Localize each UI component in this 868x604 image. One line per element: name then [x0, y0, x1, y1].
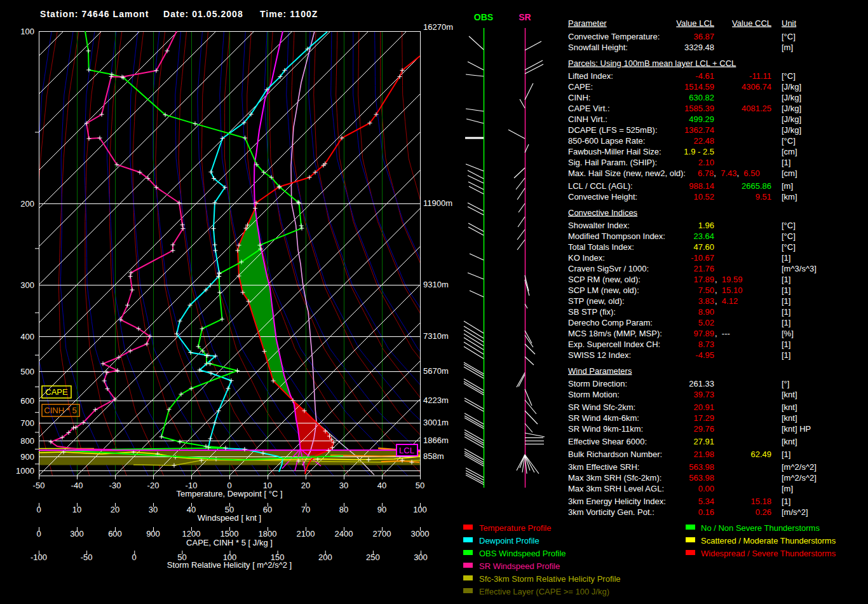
svg-text:6.78, 7.43, 6.50: 6.78, 7.43, 6.50 — [698, 168, 760, 178]
svg-text:Bulk Richardson Number:: Bulk Richardson Number: — [568, 450, 662, 459]
svg-text:[1]: [1] — [782, 285, 790, 295]
svg-text:3001m: 3001m — [423, 418, 449, 427]
svg-text:250: 250 — [366, 553, 380, 562]
svg-text:62.49: 62.49 — [750, 450, 771, 459]
svg-text:Scattered / Moderate Thunderst: Scattered / Moderate Thunderstorms — [701, 536, 836, 546]
svg-text:300: 300 — [414, 553, 428, 562]
svg-text:8.73: 8.73 — [698, 340, 714, 349]
svg-text:CINH Virt.:: CINH Virt.: — [568, 114, 607, 124]
svg-text:Value LCL: Value LCL — [676, 18, 714, 28]
svg-text:SR Wind 4km-6km:: SR Wind 4km-6km: — [568, 413, 639, 423]
svg-text:SR: SR — [519, 12, 531, 22]
svg-text:-50: -50 — [33, 481, 45, 490]
svg-text:70: 70 — [301, 505, 310, 514]
svg-text:3km Energy Helicity Index:: 3km Energy Helicity Index: — [568, 497, 666, 506]
svg-text:3.83: 3.83 — [698, 296, 714, 306]
svg-text:23.64: 23.64 — [693, 231, 714, 241]
svg-text:20: 20 — [111, 505, 119, 514]
svg-text:, 15.10: , 15.10 — [715, 285, 742, 295]
svg-text:Showalter Index:: Showalter Index: — [568, 221, 630, 230]
svg-text:Temperature, Dewpoint [ °C ]: Temperature, Dewpoint [ °C ] — [176, 489, 282, 498]
svg-text:17.29: 17.29 — [693, 413, 714, 423]
svg-text:[m]: [m] — [782, 43, 793, 52]
svg-text:SR Windspeed Profile: SR Windspeed Profile — [479, 561, 560, 571]
svg-text:7.50: 7.50 — [698, 285, 714, 295]
svg-text:[1]: [1] — [782, 307, 790, 317]
svg-text:600: 600 — [20, 396, 34, 406]
svg-text:Total Totals Index:: Total Totals Index: — [568, 242, 634, 252]
svg-text:CAPE Virt.:: CAPE Virt.: — [568, 104, 610, 113]
svg-text:[°C]: [°C] — [782, 71, 796, 81]
svg-text:Temperature Profile: Temperature Profile — [479, 523, 551, 533]
svg-text:850-600 Lapse Rate:: 850-600 Lapse Rate: — [568, 136, 645, 146]
svg-text:[knt]: [knt] — [782, 390, 797, 399]
svg-text:700: 700 — [20, 418, 34, 428]
svg-text:Unit: Unit — [782, 18, 797, 28]
svg-text:0: 0 — [36, 505, 41, 514]
svg-text:5.34: 5.34 — [698, 497, 714, 506]
svg-text:858m: 858m — [423, 451, 444, 461]
svg-text:CAPE, CINH * 5 [ J/kg ]: CAPE, CINH * 5 [ J/kg ] — [186, 538, 273, 547]
svg-text:[1]: [1] — [782, 340, 790, 349]
svg-text:Convective Height:: Convective Height: — [568, 192, 637, 202]
svg-text:47.60: 47.60 — [693, 242, 714, 252]
svg-text:Snowfall Height:: Snowfall Height: — [568, 43, 628, 52]
svg-text:39.73: 39.73 — [693, 390, 714, 399]
svg-text:1200: 1200 — [182, 529, 201, 539]
svg-text:STP (new, old):: STP (new, old): — [568, 296, 625, 306]
svg-text:9310m: 9310m — [423, 280, 449, 289]
svg-text:, ---: , --- — [715, 329, 730, 338]
svg-text:Max 3km SRH Level AGL:: Max 3km SRH Level AGL: — [568, 484, 664, 493]
svg-text:[knt]: [knt] — [782, 402, 797, 412]
svg-text:2100: 2100 — [297, 529, 315, 539]
svg-text:5.02: 5.02 — [698, 318, 714, 327]
svg-text:Convective Temperature:: Convective Temperature: — [568, 32, 660, 41]
svg-text:KO Index:: KO Index: — [568, 253, 605, 263]
svg-text:0.00: 0.00 — [698, 484, 714, 493]
svg-text:0.16: 0.16 — [698, 507, 714, 517]
svg-text:20.91: 20.91 — [693, 402, 714, 412]
svg-text:30: 30 — [339, 481, 348, 490]
svg-text:60: 60 — [263, 505, 272, 514]
svg-text:1800: 1800 — [259, 529, 277, 539]
svg-text:MCS 18m/s (MMP, MSP):: MCS 18m/s (MMP, MSP): — [568, 329, 662, 338]
svg-text:[1]: [1] — [782, 296, 790, 306]
svg-text:3329.48: 3329.48 — [684, 43, 714, 52]
svg-text:15.18: 15.18 — [750, 497, 771, 506]
svg-text:[m^2/s^2]: [m^2/s^2] — [782, 462, 817, 472]
svg-text:100: 100 — [20, 27, 34, 36]
svg-text:3km Vorticity Gen. Pot.:: 3km Vorticity Gen. Pot.: — [568, 507, 654, 517]
svg-text:3km Effective SRH:: 3km Effective SRH: — [568, 462, 639, 472]
svg-text:Parameter: Parameter — [568, 18, 607, 28]
svg-text:-20: -20 — [147, 481, 159, 490]
svg-text:Time: 1100Z: Time: 1100Z — [260, 9, 318, 19]
svg-text:Station: 74646 Lamont: Station: 74646 Lamont — [40, 9, 149, 19]
svg-text:20: 20 — [301, 481, 310, 490]
svg-text:Sig. Hail Param. (SHIP):: Sig. Hail Param. (SHIP): — [568, 158, 657, 167]
svg-text:1.96: 1.96 — [698, 221, 714, 230]
svg-text:800: 800 — [20, 436, 34, 446]
svg-text:200: 200 — [20, 199, 34, 209]
svg-text:2400: 2400 — [335, 529, 353, 539]
svg-text:4306.74: 4306.74 — [742, 82, 771, 92]
svg-text:-30: -30 — [109, 481, 121, 490]
svg-text:16270m: 16270m — [423, 22, 453, 32]
svg-text:DCAPE (LFS = 525mB):: DCAPE (LFS = 525mB): — [568, 125, 658, 135]
svg-text:LCL: LCL — [399, 446, 414, 455]
svg-text:36.87: 36.87 — [693, 32, 714, 41]
svg-text:400: 400 — [20, 332, 34, 341]
svg-text:[°C]: [°C] — [782, 242, 796, 252]
svg-text:2665.86: 2665.86 — [742, 181, 771, 191]
svg-text:40: 40 — [187, 505, 196, 514]
svg-text:261.33: 261.33 — [689, 379, 714, 388]
svg-text:CAPE: CAPE — [45, 387, 68, 397]
svg-text:SB STP (fix):: SB STP (fix): — [568, 307, 616, 317]
svg-text:100: 100 — [413, 505, 427, 514]
svg-text:50: 50 — [416, 481, 424, 490]
svg-text:[cm]: [cm] — [782, 147, 797, 156]
svg-text:[knt]: [knt] — [782, 437, 797, 446]
svg-text:No / Non Severe Thunderstorms: No / Non Severe Thunderstorms — [701, 523, 820, 533]
svg-text:29.76: 29.76 — [693, 424, 714, 434]
svg-text:1.9 - 2.5: 1.9 - 2.5 — [684, 147, 714, 156]
svg-text:Wind Parameters: Wind Parameters — [568, 366, 632, 376]
